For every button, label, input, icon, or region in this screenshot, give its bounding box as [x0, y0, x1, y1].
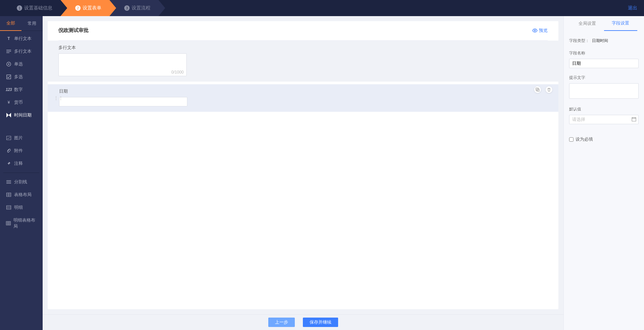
hint-label: 提示文字: [569, 75, 639, 81]
currency-icon: ¥: [6, 100, 11, 105]
step-label-3: 设置流程: [132, 5, 150, 11]
sidebar-items: T 单行文本 多行文本 单选 多选: [0, 31, 43, 330]
sidebar-item-label: 表格布局: [14, 192, 32, 198]
prev-button[interactable]: 上一步: [268, 318, 295, 327]
default-label: 默认值: [569, 106, 639, 112]
sidebar-item-label: 图片: [14, 135, 23, 141]
step-num-1: 1: [17, 5, 22, 11]
field-label-date: 日期: [59, 88, 548, 94]
detail-icon: [6, 205, 11, 210]
step-basic-info[interactable]: 1 设置基础信息: [0, 0, 67, 16]
form-canvas: 倪政测试审批 预览 多行文本 0/1000 ⋮⋮: [48, 21, 558, 309]
sidebar-item-label: 附件: [14, 148, 23, 154]
sidebar-item-label: 明细: [14, 204, 23, 210]
step-num-2: 2: [75, 5, 81, 11]
sidebar-tab-all[interactable]: 全部: [0, 16, 21, 31]
step-label-1: 设置基础信息: [24, 5, 52, 11]
field-name-input[interactable]: [569, 59, 639, 68]
sidebar-item-checkbox[interactable]: 多选: [0, 70, 43, 83]
field-type-value: 日期时间: [592, 38, 608, 43]
svg-rect-2: [7, 75, 11, 79]
sidebar-item-datetime[interactable]: 时间日期: [0, 109, 43, 122]
delete-field-button[interactable]: [546, 86, 552, 93]
top-header: 1 设置基础信息 2 设置表单 3 设置流程 退出: [0, 0, 644, 16]
required-checkbox-row[interactable]: 设为必填: [569, 136, 639, 142]
calendar-icon: [632, 117, 636, 123]
field-name-label: 字段名称: [569, 50, 639, 56]
step-label-2: 设置表单: [83, 5, 101, 11]
sidebar-tabs: 全部 常用: [0, 16, 43, 31]
sidebar-item-radio[interactable]: 单选: [0, 58, 43, 70]
sidebar-item-detail[interactable]: 明细: [0, 201, 43, 214]
sidebar-item-label: 单行文本: [14, 36, 32, 42]
date-input[interactable]: [59, 97, 187, 106]
sidebar-item-label: 货币: [14, 99, 23, 105]
lines-icon: [6, 49, 11, 54]
hint-input[interactable]: [569, 83, 639, 99]
copy-field-button[interactable]: [534, 86, 541, 93]
sidebar-item-label: 多选: [14, 74, 23, 80]
sidebar-item-label: 数字: [14, 87, 23, 93]
svg-rect-6: [6, 222, 11, 225]
field-date[interactable]: ⋮⋮ 日期: [48, 84, 558, 112]
sidebar-item-table-layout[interactable]: 表格布局: [0, 188, 43, 201]
sidebar-item-multi-text[interactable]: 多行文本: [0, 45, 43, 58]
svg-point-1: [8, 63, 9, 65]
field-type-label: 字段类型：: [569, 38, 589, 43]
exit-button[interactable]: 退出: [628, 5, 637, 11]
sidebar-item-label: 明细表格布局: [13, 217, 37, 229]
checkbox-icon: [6, 74, 11, 80]
sidebar-item-currency[interactable]: ¥ 货币: [0, 96, 43, 109]
sidebar-item-image[interactable]: 图片: [0, 132, 43, 144]
preview-label: 预览: [539, 28, 548, 34]
datetime-icon: [6, 112, 11, 118]
required-label: 设为必填: [576, 136, 593, 142]
sidebar-item-note[interactable]: 注释: [0, 157, 43, 170]
step-form[interactable]: 2 设置表单: [60, 0, 116, 16]
form-title: 倪政测试审批: [58, 27, 532, 34]
default-placeholder: 请选择: [572, 116, 585, 123]
step-num-3: 3: [124, 5, 130, 11]
right-panel: 全局设置 字段设置 字段类型： 日期时间 字段名称 提示文字 默认值 请选择: [563, 16, 644, 330]
copy-icon: [536, 88, 540, 92]
detail-table-icon: [6, 221, 11, 226]
center-area: 倪政测试审批 预览 多行文本 0/1000 ⋮⋮: [43, 16, 563, 330]
step-flow[interactable]: 3 设置流程: [109, 0, 165, 16]
svg-rect-5: [7, 206, 11, 209]
svg-point-7: [534, 30, 536, 31]
save-continue-button[interactable]: 保存并继续: [303, 318, 338, 327]
right-tab-field[interactable]: 字段设置: [604, 16, 638, 31]
right-tab-global[interactable]: 全局设置: [570, 16, 604, 31]
svg-rect-10: [632, 117, 636, 121]
divider-icon: [6, 179, 11, 185]
preview-button[interactable]: 预览: [532, 28, 548, 34]
sidebar-item-detail-table[interactable]: 明细表格布局: [0, 214, 43, 233]
number-icon: 123: [6, 87, 11, 92]
drag-handle-icon[interactable]: ⋮⋮: [54, 95, 63, 101]
field-label-multi-text: 多行文本: [58, 45, 548, 51]
sidebar: 全部 常用 T 单行文本 多行文本 单选: [0, 16, 43, 330]
sidebar-item-attachment[interactable]: 附件: [0, 144, 43, 157]
sidebar-item-label: 时间日期: [14, 112, 32, 118]
trash-icon: [547, 88, 551, 92]
field-multi-text[interactable]: 多行文本 0/1000: [48, 41, 558, 82]
sidebar-item-divider-field[interactable]: 分割线: [0, 176, 43, 188]
radio-icon: [6, 61, 11, 67]
default-value-select[interactable]: 请选择: [569, 115, 639, 124]
sidebar-item-label: 多行文本: [14, 48, 32, 54]
pin-icon: [6, 161, 11, 166]
footer: 上一步 保存并继续: [43, 314, 563, 330]
right-tabs: 全局设置 字段设置: [564, 16, 644, 31]
steps: 1 设置基础信息 2 设置表单 3 设置流程: [0, 0, 165, 16]
sidebar-item-number[interactable]: 123 数字: [0, 83, 43, 96]
sidebar-item-single-text[interactable]: T 单行文本: [0, 32, 43, 45]
sidebar-item-label: 注释: [14, 160, 23, 167]
attachment-icon: [6, 148, 11, 153]
sidebar-tab-common[interactable]: 常用: [21, 16, 43, 31]
required-checkbox[interactable]: [569, 137, 573, 142]
table-icon: [6, 192, 11, 197]
image-icon: [6, 135, 11, 141]
multi-text-input[interactable]: 0/1000: [58, 53, 187, 76]
text-icon: T: [6, 36, 11, 41]
char-counter: 0/1000: [171, 70, 184, 75]
